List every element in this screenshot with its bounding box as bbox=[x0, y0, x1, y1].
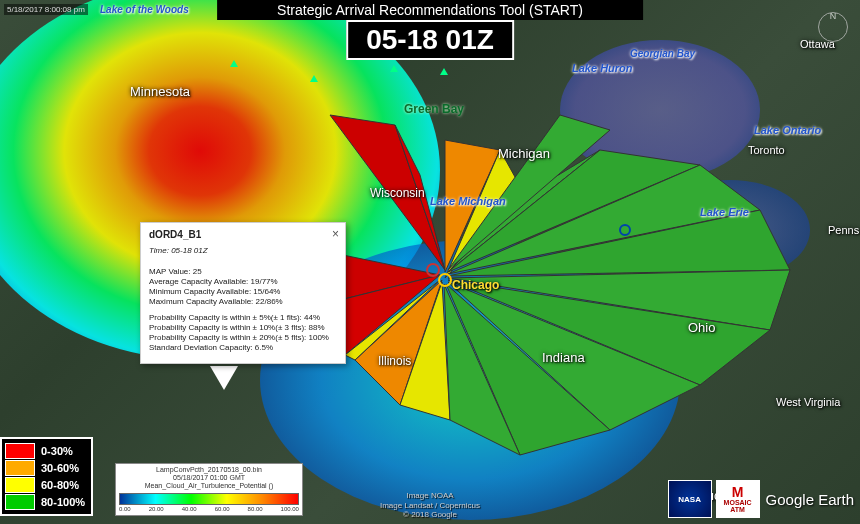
legend-label: 30-60% bbox=[41, 462, 79, 474]
legend-row: 60-80% bbox=[5, 477, 85, 493]
close-icon[interactable]: × bbox=[332, 227, 339, 241]
legend-swatch bbox=[5, 477, 35, 493]
tooltip-tail-icon bbox=[210, 366, 238, 390]
tooltip-time: Time: 05-18 01Z bbox=[149, 246, 337, 255]
capacity-legend: 0-30% 30-60% 60-80% 80-100% bbox=[0, 437, 93, 516]
legend-row: 0-30% bbox=[5, 443, 85, 459]
marker-east[interactable] bbox=[619, 224, 631, 236]
timestamp-top-left: 5/18/2017 8:00:08 pm bbox=[4, 4, 88, 15]
sector-tooltip: × dORD4_B1 Time: 05-18 01Z MAP Value: 25… bbox=[140, 222, 346, 364]
scale-ticks: 0.00 20.00 40.00 60.00 80.00 100.00 bbox=[119, 506, 299, 513]
waypoint-icon bbox=[310, 75, 318, 82]
waypoint-icon bbox=[440, 68, 448, 75]
scale-var: Mean_Cloud_Air_Turbulence_Potential () bbox=[119, 482, 299, 490]
tooltip-avg-capacity: Average Capacity Available: 19/77% bbox=[149, 277, 337, 286]
scale-time: 05/18/2017 01:00 GMT bbox=[119, 474, 299, 482]
tooltip-stddev: Standard Deviation Capacity: 6.5% bbox=[149, 343, 337, 352]
tooltip-prob-10: Probability Capacity is within ± 10%(± 3… bbox=[149, 323, 337, 332]
legend-swatch bbox=[5, 494, 35, 510]
tooltip-map-value: MAP Value: 25 bbox=[149, 267, 337, 276]
scale-file: LampConvPcth_20170518_00.bin bbox=[119, 466, 299, 474]
legend-row: 30-60% bbox=[5, 460, 85, 476]
lake-huron-overlay bbox=[560, 40, 760, 180]
tooltip-min-capacity: Minimum Capacity Available: 15/64% bbox=[149, 287, 337, 296]
lake-erie-overlay bbox=[650, 180, 810, 280]
tooltip-max-capacity: Maximum Capacity Available: 22/86% bbox=[149, 297, 337, 306]
logo-strip: NASA M MOSAIC ATM Google Earth bbox=[668, 480, 854, 518]
legend-label: 0-30% bbox=[41, 445, 73, 457]
legend-swatch bbox=[5, 443, 35, 459]
compass-icon[interactable] bbox=[818, 12, 848, 42]
mosaic-atm-logo: M MOSAIC ATM bbox=[716, 480, 760, 518]
tooltip-prob-5: Probability Capacity is within ± 5%(± 1 … bbox=[149, 313, 337, 322]
waypoint-icon bbox=[230, 60, 238, 67]
legend-label: 60-80% bbox=[41, 479, 79, 491]
scale-gradient-bar bbox=[119, 493, 299, 505]
chicago-marker[interactable] bbox=[438, 273, 452, 287]
ord-marker[interactable] bbox=[426, 263, 440, 277]
turbulence-scale-legend: LampConvPcth_20170518_00.bin 05/18/2017 … bbox=[115, 463, 303, 516]
app-title: Strategic Arrival Recommendations Tool (… bbox=[217, 0, 643, 20]
legend-row: 80-100% bbox=[5, 494, 85, 510]
time-display: 05-18 01Z bbox=[346, 20, 514, 60]
legend-swatch bbox=[5, 460, 35, 476]
google-earth-logo: Google Earth bbox=[766, 491, 854, 508]
nasa-logo: NASA bbox=[668, 480, 712, 518]
tooltip-title: dORD4_B1 bbox=[149, 229, 337, 240]
legend-label: 80-100% bbox=[41, 496, 85, 508]
imagery-attribution: Image NOAA Image Landsat / Copernicus © … bbox=[380, 491, 480, 520]
waypoint-icon bbox=[390, 65, 398, 72]
tooltip-prob-20: Probability Capacity is within ± 20%(± 5… bbox=[149, 333, 337, 342]
